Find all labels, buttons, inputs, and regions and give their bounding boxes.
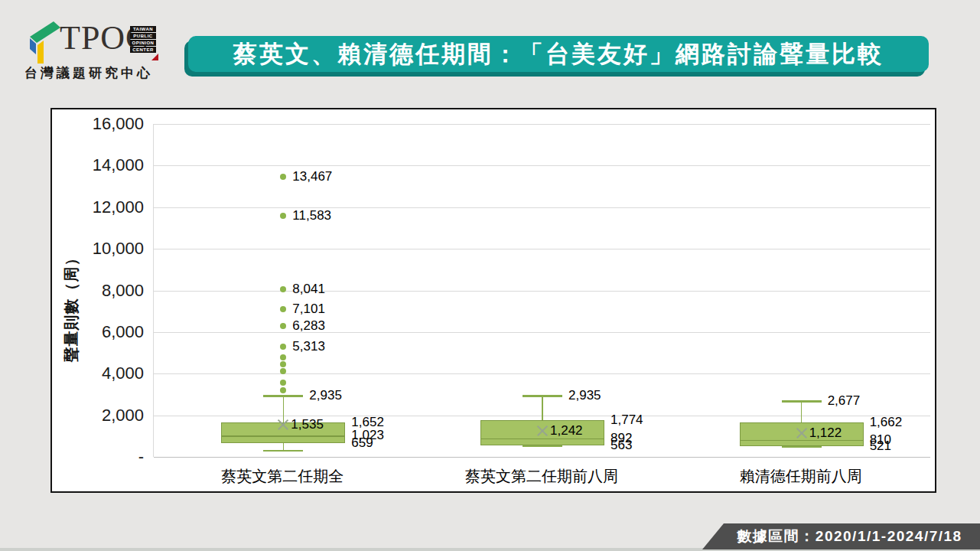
logo-red-triangle-icon xyxy=(151,54,158,60)
outlier-label: 13,467 xyxy=(292,169,332,184)
median-line xyxy=(221,435,345,437)
tpoc-logo: TPOC TAIWAN PUBLIC OPINION CENTER 台灣議題研究… xyxy=(23,8,176,87)
q1-label: 563 xyxy=(610,438,632,453)
outlier-label: 5,313 xyxy=(292,339,325,354)
y-tick-label: 14,000 xyxy=(52,155,144,175)
y-tick-label: 6,000 xyxy=(52,322,144,342)
whisker-cap-top xyxy=(782,400,822,403)
outlier-dot xyxy=(280,323,286,329)
outlier-dot xyxy=(280,380,286,386)
y-tick-label: 16,000 xyxy=(52,114,144,134)
logo-block-line: PUBLIC xyxy=(130,33,156,39)
median-line xyxy=(480,439,604,440)
outlier-label: 7,101 xyxy=(292,302,325,317)
q3-label: 1,774 xyxy=(610,412,643,428)
mean-label: 1,242 xyxy=(550,423,583,439)
data-range-text: 數據區間：2020/1/1-2024/7/18 xyxy=(737,527,962,546)
gridline xyxy=(154,457,930,458)
mean-label: 1,122 xyxy=(809,425,842,441)
y-tick-label: 10,000 xyxy=(52,239,144,259)
logo-block-line: TAIWAN xyxy=(130,26,156,32)
gridline xyxy=(154,207,930,208)
tpoc-logo-block: TAIWAN PUBLIC OPINION CENTER xyxy=(130,26,156,54)
gridline xyxy=(154,373,930,374)
whisker-high-label: 2,935 xyxy=(568,388,601,403)
whisker-cap-bottom xyxy=(263,450,303,452)
y-tick-label: 8,000 xyxy=(52,281,144,301)
gridline xyxy=(154,165,930,166)
outlier-dot xyxy=(280,354,286,360)
whisker-cap-top xyxy=(523,395,562,397)
outlier-dot xyxy=(280,361,286,367)
whisker-high-label: 2,935 xyxy=(309,388,342,403)
mean-marker-icon xyxy=(276,418,290,432)
y-tick-label: 4,000 xyxy=(52,364,144,383)
title-banner: 蔡英文、賴清德任期間：「台美友好」網路討論聲量比較 xyxy=(188,36,929,72)
gridline xyxy=(154,291,930,292)
data-range-badge: 數據區間：2020/1/1-2024/7/18 xyxy=(702,523,980,549)
x-category-label: 賴清德任期前八周 xyxy=(686,466,916,487)
q3-label: 1,662 xyxy=(870,415,903,430)
y-tick-label: 2,000 xyxy=(52,406,144,425)
x-category-label: 蔡英文第二任期前八周 xyxy=(427,466,656,487)
slide: TPOC TAIWAN PUBLIC OPINION CENTER 台灣議題研究… xyxy=(0,0,980,551)
mean-label: 1,535 xyxy=(291,417,324,432)
outlier-label: 8,041 xyxy=(292,282,325,297)
whisker-high-label: 2,677 xyxy=(828,393,861,409)
mean-marker-icon xyxy=(795,426,809,440)
outlier-dot xyxy=(280,387,286,393)
outlier-dot xyxy=(280,174,286,180)
tpoc-logo-subtitle: 台灣議題研究中心 xyxy=(24,64,153,82)
outlier-dot xyxy=(280,344,286,350)
outlier-dot xyxy=(280,306,286,312)
page-title: 蔡英文、賴清德任期間：「台美友好」網路討論聲量比較 xyxy=(233,38,884,70)
gridline xyxy=(154,124,930,125)
logo-block-line: OPINION xyxy=(130,40,156,46)
chart-card: 聲量則數（周） 2,9351,6521,0236591,53513,46711,… xyxy=(50,108,936,493)
gridline xyxy=(154,332,930,333)
y-tick-label: 12,000 xyxy=(52,197,144,217)
logo-block-line: CENTER xyxy=(130,47,156,53)
q1-label: 659 xyxy=(351,435,373,451)
plot-area: 2,9351,6521,0236591,53513,46711,5838,041… xyxy=(153,124,930,457)
q1-label: 521 xyxy=(870,439,891,454)
outlier-dot xyxy=(280,213,286,219)
whisker-cap-bottom xyxy=(523,445,562,447)
x-category-label: 蔡英文第二任期全 xyxy=(168,466,397,487)
y-tick-label: - xyxy=(52,447,144,467)
whisker-cap-top xyxy=(263,395,303,397)
gridline xyxy=(154,249,930,249)
outlier-dot xyxy=(280,286,286,292)
mean-marker-icon xyxy=(536,424,549,438)
outlier-label: 11,583 xyxy=(292,208,331,223)
outlier-label: 6,283 xyxy=(292,318,325,334)
